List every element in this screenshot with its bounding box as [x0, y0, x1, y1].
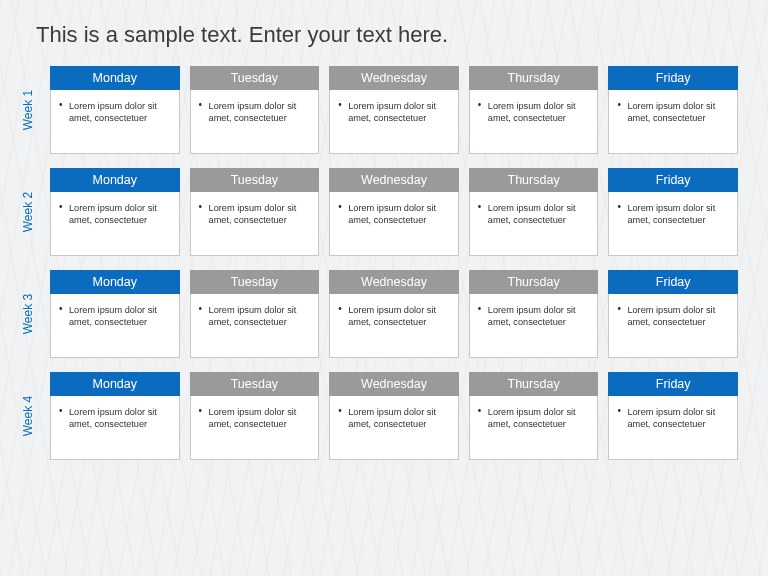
week1-monday: Monday Lorem ipsum dolor sit amet, conse…	[50, 66, 180, 154]
day-body: Lorem ipsum dolor sit amet, consectetuer	[469, 396, 599, 460]
day-body: Lorem ipsum dolor sit amet, consectetuer	[329, 192, 459, 256]
day-header: Friday	[608, 168, 738, 192]
day-text: Lorem ipsum dolor sit amet, consectetuer	[69, 100, 171, 125]
day-body: Lorem ipsum dolor sit amet, consectetuer	[329, 396, 459, 460]
week1-tuesday: Tuesday Lorem ipsum dolor sit amet, cons…	[190, 66, 320, 154]
week2-friday: Friday Lorem ipsum dolor sit amet, conse…	[608, 168, 738, 256]
slide-page: This is a sample text. Enter your text h…	[0, 0, 768, 576]
day-header: Friday	[608, 372, 738, 396]
day-header: Wednesday	[329, 270, 459, 294]
day-body: Lorem ipsum dolor sit amet, consectetuer	[329, 90, 459, 154]
day-body: Lorem ipsum dolor sit amet, consectetuer	[50, 294, 180, 358]
day-body: Lorem ipsum dolor sit amet, consectetuer	[608, 294, 738, 358]
day-text: Lorem ipsum dolor sit amet, consectetuer	[627, 100, 729, 125]
week2-wednesday: Wednesday Lorem ipsum dolor sit amet, co…	[329, 168, 459, 256]
day-body: Lorem ipsum dolor sit amet, consectetuer	[608, 192, 738, 256]
day-text: Lorem ipsum dolor sit amet, consectetuer	[348, 406, 450, 431]
weeks-container: Week 1 Monday Lorem ipsum dolor sit amet…	[50, 66, 738, 460]
day-body: Lorem ipsum dolor sit amet, consectetuer	[608, 396, 738, 460]
page-title: This is a sample text. Enter your text h…	[36, 22, 738, 48]
day-text: Lorem ipsum dolor sit amet, consectetuer	[627, 406, 729, 431]
week-label-1: Week 1	[21, 80, 35, 140]
week4-thursday: Thursday Lorem ipsum dolor sit amet, con…	[469, 372, 599, 460]
day-body: Lorem ipsum dolor sit amet, consectetuer	[469, 90, 599, 154]
week4-wednesday: Wednesday Lorem ipsum dolor sit amet, co…	[329, 372, 459, 460]
day-text: Lorem ipsum dolor sit amet, consectetuer	[69, 304, 171, 329]
day-header: Friday	[608, 66, 738, 90]
day-body: Lorem ipsum dolor sit amet, consectetuer	[190, 192, 320, 256]
week3-tuesday: Tuesday Lorem ipsum dolor sit amet, cons…	[190, 270, 320, 358]
day-text: Lorem ipsum dolor sit amet, consectetuer	[627, 202, 729, 227]
day-text: Lorem ipsum dolor sit amet, consectetuer	[488, 304, 590, 329]
week3-wednesday: Wednesday Lorem ipsum dolor sit amet, co…	[329, 270, 459, 358]
day-text: Lorem ipsum dolor sit amet, consectetuer	[488, 202, 590, 227]
week4-tuesday: Tuesday Lorem ipsum dolor sit amet, cons…	[190, 372, 320, 460]
day-body: Lorem ipsum dolor sit amet, consectetuer	[190, 396, 320, 460]
day-header: Monday	[50, 372, 180, 396]
day-body: Lorem ipsum dolor sit amet, consectetuer	[608, 90, 738, 154]
day-text: Lorem ipsum dolor sit amet, consectetuer	[69, 406, 171, 431]
day-text: Lorem ipsum dolor sit amet, consectetuer	[348, 100, 450, 125]
week2-monday: Monday Lorem ipsum dolor sit amet, conse…	[50, 168, 180, 256]
day-body: Lorem ipsum dolor sit amet, consectetuer	[190, 90, 320, 154]
day-header: Thursday	[469, 168, 599, 192]
week2-tuesday: Tuesday Lorem ipsum dolor sit amet, cons…	[190, 168, 320, 256]
day-text: Lorem ipsum dolor sit amet, consectetuer	[348, 202, 450, 227]
day-header: Monday	[50, 168, 180, 192]
day-body: Lorem ipsum dolor sit amet, consectetuer	[469, 192, 599, 256]
week3-friday: Friday Lorem ipsum dolor sit amet, conse…	[608, 270, 738, 358]
week3-thursday: Thursday Lorem ipsum dolor sit amet, con…	[469, 270, 599, 358]
day-body: Lorem ipsum dolor sit amet, consectetuer	[50, 90, 180, 154]
day-text: Lorem ipsum dolor sit amet, consectetuer	[488, 100, 590, 125]
day-text: Lorem ipsum dolor sit amet, consectetuer	[209, 304, 311, 329]
week-row-3: Week 3 Monday Lorem ipsum dolor sit amet…	[50, 270, 738, 358]
week4-monday: Monday Lorem ipsum dolor sit amet, conse…	[50, 372, 180, 460]
week-row-1: Week 1 Monday Lorem ipsum dolor sit amet…	[50, 66, 738, 154]
day-header: Tuesday	[190, 168, 320, 192]
week4-friday: Friday Lorem ipsum dolor sit amet, conse…	[608, 372, 738, 460]
day-text: Lorem ipsum dolor sit amet, consectetuer	[348, 304, 450, 329]
week1-friday: Friday Lorem ipsum dolor sit amet, conse…	[608, 66, 738, 154]
day-header: Wednesday	[329, 66, 459, 90]
week-label-4: Week 4	[21, 386, 35, 446]
day-header: Thursday	[469, 270, 599, 294]
day-text: Lorem ipsum dolor sit amet, consectetuer	[209, 202, 311, 227]
day-header: Tuesday	[190, 66, 320, 90]
day-body: Lorem ipsum dolor sit amet, consectetuer	[50, 192, 180, 256]
day-header: Friday	[608, 270, 738, 294]
week3-monday: Monday Lorem ipsum dolor sit amet, conse…	[50, 270, 180, 358]
day-text: Lorem ipsum dolor sit amet, consectetuer	[488, 406, 590, 431]
day-text: Lorem ipsum dolor sit amet, consectetuer	[209, 100, 311, 125]
day-body: Lorem ipsum dolor sit amet, consectetuer	[329, 294, 459, 358]
week1-thursday: Thursday Lorem ipsum dolor sit amet, con…	[469, 66, 599, 154]
day-body: Lorem ipsum dolor sit amet, consectetuer	[469, 294, 599, 358]
day-header: Tuesday	[190, 372, 320, 396]
day-header: Tuesday	[190, 270, 320, 294]
day-header: Monday	[50, 66, 180, 90]
day-text: Lorem ipsum dolor sit amet, consectetuer	[69, 202, 171, 227]
week2-thursday: Thursday Lorem ipsum dolor sit amet, con…	[469, 168, 599, 256]
day-header: Thursday	[469, 372, 599, 396]
week-label-3: Week 3	[21, 284, 35, 344]
day-body: Lorem ipsum dolor sit amet, consectetuer	[190, 294, 320, 358]
day-header: Wednesday	[329, 372, 459, 396]
day-header: Thursday	[469, 66, 599, 90]
week1-wednesday: Wednesday Lorem ipsum dolor sit amet, co…	[329, 66, 459, 154]
week-label-2: Week 2	[21, 182, 35, 242]
day-text: Lorem ipsum dolor sit amet, consectetuer	[209, 406, 311, 431]
day-header: Monday	[50, 270, 180, 294]
week-row-2: Week 2 Monday Lorem ipsum dolor sit amet…	[50, 168, 738, 256]
day-header: Wednesday	[329, 168, 459, 192]
week-row-4: Week 4 Monday Lorem ipsum dolor sit amet…	[50, 372, 738, 460]
day-body: Lorem ipsum dolor sit amet, consectetuer	[50, 396, 180, 460]
day-text: Lorem ipsum dolor sit amet, consectetuer	[627, 304, 729, 329]
